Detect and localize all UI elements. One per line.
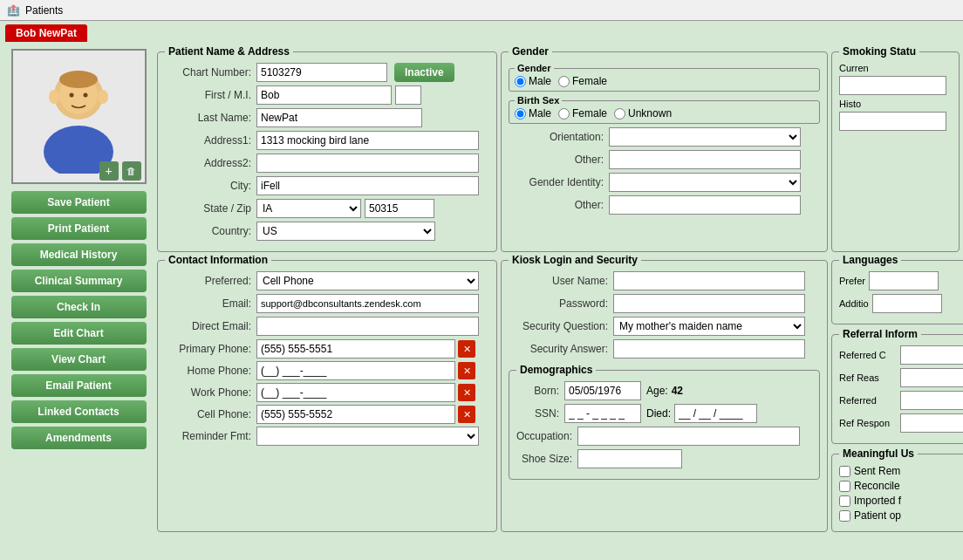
patient-op-label: Patient op xyxy=(854,509,901,522)
died-input[interactable] xyxy=(674,404,757,423)
birth-sex-female-label[interactable]: Female xyxy=(558,107,607,120)
ssn-input[interactable] xyxy=(564,404,641,423)
medical-history-button[interactable]: Medical History xyxy=(11,243,147,266)
clinical-summary-button[interactable]: Clinical Summary xyxy=(11,270,147,292)
security-answer-input[interactable] xyxy=(613,339,805,359)
primary-phone-row: Primary Phone: ✕ xyxy=(165,339,489,359)
other2-input[interactable] xyxy=(609,195,801,215)
orientation-select[interactable] xyxy=(609,127,801,147)
home-phone-delete[interactable]: ✕ xyxy=(458,362,475,379)
orientation-row: Orientation: xyxy=(509,127,820,147)
preferred-lang-label: Prefer xyxy=(839,276,865,286)
meaningful-use-legend: Meaningful Us xyxy=(839,447,918,460)
gender-female-radio[interactable] xyxy=(558,76,570,87)
other1-input[interactable] xyxy=(609,150,801,169)
referred-to-input[interactable] xyxy=(900,391,963,410)
save-patient-button[interactable]: Save Patient xyxy=(11,191,147,214)
patient-tab[interactable]: Bob NewPat xyxy=(5,24,87,42)
reminder-fmt-select[interactable] xyxy=(256,427,479,446)
demographics-panel: Demographics Born: Age: 42 SSN: Died: xyxy=(509,364,820,480)
birth-sex-male-label[interactable]: Male xyxy=(515,107,551,120)
occupation-input[interactable] xyxy=(577,427,800,446)
view-chart-button[interactable]: View Chart xyxy=(11,348,147,371)
chart-number-input[interactable] xyxy=(256,63,387,82)
security-question-label: Security Question: xyxy=(509,320,613,332)
address2-input[interactable] xyxy=(256,154,479,173)
occupation-label: Occupation: xyxy=(516,430,577,442)
city-input[interactable] xyxy=(256,176,479,195)
check-in-button[interactable]: Check In xyxy=(11,296,147,318)
patient-name-address-panel: Patient Name & Address Chart Number: Ina… xyxy=(157,45,497,252)
gender-identity-row: Gender Identity: xyxy=(509,173,820,192)
country-select[interactable]: US xyxy=(256,222,435,241)
primary-phone-input[interactable] xyxy=(256,339,455,359)
city-label: City: xyxy=(165,180,256,192)
edit-chart-button[interactable]: Edit Chart xyxy=(11,322,147,345)
languages-legend: Languages xyxy=(839,254,901,266)
first-name-input[interactable] xyxy=(256,85,392,105)
panels-area: Patient Name & Address Chart Number: Ina… xyxy=(157,42,963,558)
work-phone-delete[interactable]: ✕ xyxy=(458,384,475,401)
address1-input[interactable] xyxy=(256,131,479,150)
sent-rem-checkbox[interactable] xyxy=(839,466,850,477)
imported-checkbox[interactable] xyxy=(839,495,850,507)
preferred-select[interactable]: Cell Phone Home Phone Work Phone Email xyxy=(256,271,479,290)
referral-legend: Referral Inform xyxy=(839,328,921,340)
email-patient-button[interactable]: Email Patient xyxy=(11,374,147,397)
additional-lang-input[interactable] xyxy=(872,294,942,313)
title-bar-text: Patients xyxy=(25,4,63,17)
reconcile-checkbox[interactable] xyxy=(839,481,850,492)
zip-input[interactable] xyxy=(365,199,434,218)
shoe-size-input[interactable] xyxy=(577,449,682,468)
smoking-current-input[interactable] xyxy=(839,76,946,95)
imported-row: Imported f xyxy=(839,495,963,507)
birth-sex-unknown-label[interactable]: Unknown xyxy=(614,107,672,120)
home-phone-input[interactable] xyxy=(256,361,455,380)
primary-phone-delete[interactable]: ✕ xyxy=(458,340,475,358)
direct-email-input[interactable] xyxy=(256,317,479,336)
reconcile-label: Reconcile xyxy=(854,480,900,492)
gender-panel: Gender Gender Male Female xyxy=(501,45,828,252)
birth-sex-unknown-radio[interactable] xyxy=(614,108,625,120)
city-row: City: xyxy=(165,176,489,195)
mi-input[interactable] xyxy=(395,85,421,105)
ref-response-input[interactable] xyxy=(900,413,963,433)
gender-male-radio[interactable] xyxy=(515,76,526,87)
inactive-button[interactable]: Inactive xyxy=(394,63,454,82)
state-zip-row: State / Zip IA xyxy=(165,199,489,218)
add-photo-button[interactable]: + xyxy=(99,161,119,181)
cell-phone-delete[interactable]: ✕ xyxy=(458,406,475,423)
gender-legend: Gender xyxy=(509,45,552,58)
ref-reason-input[interactable] xyxy=(900,368,963,387)
linked-contacts-button[interactable]: Linked Contacts xyxy=(11,400,147,423)
main-content: + 🗑 Save Patient Print Patient Medical H… xyxy=(0,42,963,558)
birth-sex-male-radio[interactable] xyxy=(515,108,526,120)
preferred-lang-input[interactable] xyxy=(869,271,939,290)
smoking-history-input[interactable] xyxy=(839,112,946,131)
email-row: Email: xyxy=(165,294,489,313)
referred-by-input[interactable] xyxy=(900,345,963,365)
print-patient-button[interactable]: Print Patient xyxy=(11,217,147,240)
amendments-button[interactable]: Amendments xyxy=(11,427,147,449)
security-answer-row: Security Answer: xyxy=(509,339,820,359)
shoe-size-row: Shoe Size: xyxy=(516,449,812,468)
preferred-row: Preferred: Cell Phone Home Phone Work Ph… xyxy=(165,271,489,290)
gender-female-label[interactable]: Female xyxy=(558,75,607,87)
work-phone-input[interactable] xyxy=(256,383,455,402)
last-name-input[interactable] xyxy=(256,108,422,127)
state-select[interactable]: IA xyxy=(256,199,361,218)
app-icon: 🏥 xyxy=(7,4,20,17)
username-input[interactable] xyxy=(613,271,805,290)
security-question-select[interactable]: My mother's maiden name xyxy=(613,317,805,336)
smoking-legend: Smoking Statu xyxy=(839,45,919,58)
email-input[interactable] xyxy=(256,294,479,313)
gender-male-label[interactable]: Male xyxy=(515,75,551,87)
delete-photo-button[interactable]: 🗑 xyxy=(122,161,141,181)
patient-op-checkbox[interactable] xyxy=(839,510,850,522)
gender-identity-select[interactable] xyxy=(609,173,801,192)
additional-lang-label: Additio xyxy=(839,298,869,309)
birth-sex-female-radio[interactable] xyxy=(558,108,570,120)
cell-phone-input[interactable] xyxy=(256,405,455,424)
born-input[interactable] xyxy=(564,381,641,400)
password-input[interactable] xyxy=(613,294,805,313)
